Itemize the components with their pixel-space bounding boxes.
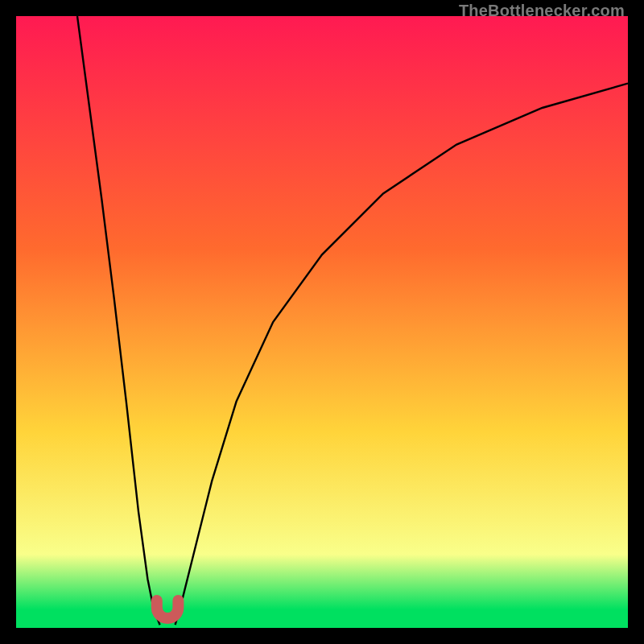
plot-area: [16, 16, 628, 628]
bottleneck-chart: [16, 16, 628, 628]
chart-frame: TheBottlenecker.com: [0, 0, 644, 644]
gradient-background: [16, 16, 628, 628]
